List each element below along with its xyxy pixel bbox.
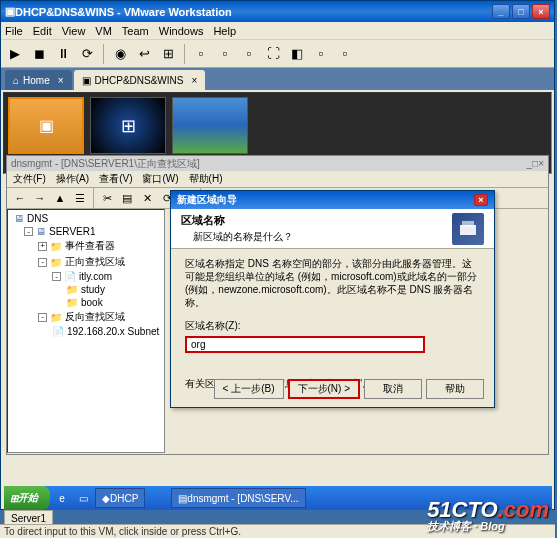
tab-close-icon[interactable]: ×	[191, 75, 197, 86]
tool-icon[interactable]: ▫	[239, 44, 259, 64]
menu-vm[interactable]: VM	[95, 25, 112, 37]
separator	[103, 44, 104, 64]
inner-close-icon[interactable]: ×	[538, 158, 544, 169]
windows-logo-icon: ⊞	[121, 115, 136, 137]
folder-icon: 📁	[66, 297, 78, 308]
wizard-title: 新建区域向导	[177, 193, 474, 207]
cut-icon[interactable]: ✂	[98, 189, 116, 207]
zone-name-input[interactable]	[185, 336, 425, 353]
tree-forward-zones[interactable]: -📁正向查找区域	[10, 254, 162, 270]
tree-label: book	[81, 297, 103, 308]
menu-windows[interactable]: Windows	[159, 25, 204, 37]
tree-label: 事件查看器	[65, 239, 115, 253]
next-button[interactable]: 下一步(N) >	[288, 379, 361, 399]
thumb-preview: ⊞	[90, 97, 166, 154]
collapse-icon[interactable]: -	[38, 258, 47, 267]
suspend-icon[interactable]: ⏸	[53, 44, 73, 64]
task-label: dnsmgmt - [DNS\SERV...	[187, 493, 298, 504]
task-dnsmgmt[interactable]: ▤ dnsmgmt - [DNS\SERV...	[171, 488, 305, 508]
tree-subnet[interactable]: 📄192.168.20.x Subnet	[10, 325, 162, 338]
collapse-icon[interactable]: -	[52, 272, 61, 281]
cancel-button[interactable]: 取消	[364, 379, 422, 399]
up-icon[interactable]: ▲	[51, 189, 69, 207]
tree-label: 192.168.20.x Subnet	[67, 326, 159, 337]
power-on-icon[interactable]: ▶	[5, 44, 25, 64]
forward-icon[interactable]: →	[31, 189, 49, 207]
tree-label: 正向查找区域	[65, 255, 125, 269]
vm-tab-label: Server1	[11, 513, 46, 524]
tree-label: 反向查找区域	[65, 310, 125, 324]
folder-icon: 📁	[50, 312, 62, 323]
start-label: 开始	[18, 491, 38, 505]
tree-event-viewer[interactable]: +📁事件查看器	[10, 238, 162, 254]
mmc-icon: ▤	[178, 493, 187, 504]
wizard-titlebar: 新建区域向导 ×	[171, 191, 494, 209]
tab-close-icon[interactable]: ×	[58, 75, 64, 86]
mmc-menu-view[interactable]: 查看(V)	[99, 172, 132, 186]
mmc-menu-window[interactable]: 窗口(W)	[142, 172, 178, 186]
menu-file[interactable]: File	[5, 25, 23, 37]
unity-icon[interactable]: ◧	[287, 44, 307, 64]
menu-edit[interactable]: Edit	[33, 25, 52, 37]
vmware-title: DHCP&DNS&WINS - VMware Workstation	[15, 6, 492, 18]
task-dhcp[interactable]: ◆ DHCP	[95, 488, 145, 508]
collapse-icon[interactable]: -	[24, 227, 33, 236]
tree-study[interactable]: 📁study	[10, 283, 162, 296]
menu-team[interactable]: Team	[122, 25, 149, 37]
zone-icon: 📄	[52, 326, 64, 337]
dhcp-icon: ◆	[102, 493, 110, 504]
tab-home[interactable]: ⌂ Home ×	[5, 70, 72, 90]
tab-active-vm[interactable]: ▣ DHCP&DNS&WINS ×	[74, 70, 206, 90]
tree-reverse-zones[interactable]: -📁反向查找区域	[10, 309, 162, 325]
back-button[interactable]: < 上一步(B)	[214, 379, 284, 399]
quicklaunch-ie-icon[interactable]: e	[53, 489, 71, 507]
dnsmgmt-menubar: 文件(F) 操作(A) 查看(V) 窗口(W) 帮助(H)	[7, 171, 548, 187]
tool-icon[interactable]: ▫	[215, 44, 235, 64]
vmware-titlebar: ▣ DHCP&DNS&WINS - VMware Workstation _ □…	[1, 1, 554, 22]
home-icon: ⌂	[13, 75, 19, 86]
manager-icon[interactable]: ⊞	[158, 44, 178, 64]
tree-label: SERVER1	[49, 226, 96, 237]
status-text: To direct input to this VM, click inside…	[4, 526, 241, 537]
properties-icon[interactable]: ▤	[118, 189, 136, 207]
fullscreen-icon[interactable]: ⛶	[263, 44, 283, 64]
maximize-button[interactable]: □	[512, 4, 530, 19]
revert-icon[interactable]: ↩	[134, 44, 154, 64]
back-icon[interactable]: ←	[11, 189, 29, 207]
power-off-icon[interactable]: ◼	[29, 44, 49, 64]
mmc-menu-file[interactable]: 文件(F)	[13, 172, 46, 186]
collapse-icon[interactable]: -	[38, 313, 47, 322]
close-button[interactable]: ×	[532, 4, 550, 19]
quicklaunch-desktop-icon[interactable]: ▭	[74, 489, 92, 507]
separator	[184, 44, 185, 64]
vmware-statusbar: To direct input to this VM, click inside…	[0, 524, 555, 538]
tool-icon[interactable]: ▫	[191, 44, 211, 64]
menu-help[interactable]: Help	[213, 25, 236, 37]
reset-icon[interactable]: ⟳	[77, 44, 97, 64]
start-button[interactable]: ⊞ 开始	[4, 486, 50, 510]
expand-icon[interactable]: +	[38, 242, 47, 251]
minimize-button[interactable]: _	[492, 4, 510, 19]
tree-server[interactable]: -🖥SERVER1	[10, 225, 162, 238]
snapshot-icon[interactable]: ◉	[110, 44, 130, 64]
dnsmgmt-title: dnsmgmt - [DNS\SERVER1\正向查找区域]	[11, 157, 527, 171]
zone-name-label: 区域名称(Z):	[185, 319, 480, 333]
delete-icon[interactable]: ✕	[138, 189, 156, 207]
tree-root-dns[interactable]: 🖥DNS	[10, 212, 162, 225]
tool-icon[interactable]: ▫	[335, 44, 355, 64]
tree-icon[interactable]: ☰	[71, 189, 89, 207]
tree-label: DNS	[27, 213, 48, 224]
tree-book[interactable]: 📁book	[10, 296, 162, 309]
help-button[interactable]: 帮助	[426, 379, 484, 399]
thumb-preview	[172, 97, 248, 154]
wizard-banner-icon	[452, 213, 484, 245]
tool-icon[interactable]: ▫	[311, 44, 331, 64]
menu-view[interactable]: View	[62, 25, 86, 37]
wizard-close-icon[interactable]: ×	[474, 194, 488, 206]
dns-tree[interactable]: 🖥DNS -🖥SERVER1 +📁事件查看器 -📁正向查找区域 -📄itly.c…	[7, 209, 165, 453]
tree-zone-itly[interactable]: -📄itly.com	[10, 270, 162, 283]
wizard-subheading: 新区域的名称是什么？	[181, 228, 452, 244]
mmc-menu-help[interactable]: 帮助(H)	[189, 172, 223, 186]
mmc-menu-action[interactable]: 操作(A)	[56, 172, 89, 186]
wizard-heading: 区域名称	[181, 213, 452, 228]
